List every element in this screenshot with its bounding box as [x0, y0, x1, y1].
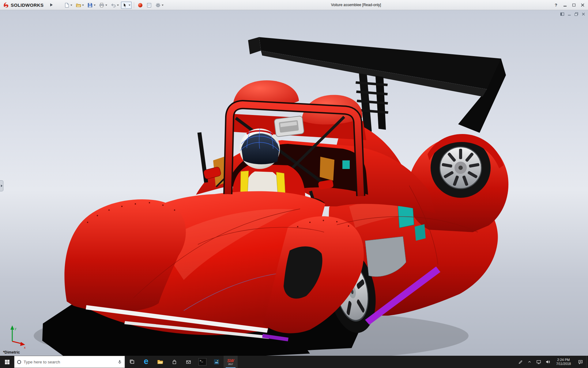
pen-icon	[518, 360, 523, 364]
file-explorer-icon	[157, 359, 163, 365]
appearances-button[interactable]	[136, 2, 144, 9]
select-cursor-icon	[122, 2, 128, 8]
show-desktop-button[interactable]	[586, 356, 588, 368]
select-tool-button[interactable]	[121, 2, 132, 9]
dropdown-caret-icon[interactable]	[129, 5, 130, 6]
expand-arrow-icon	[1, 185, 2, 187]
quick-access-toolbar	[63, 0, 165, 10]
undo-arrow-icon	[111, 2, 116, 8]
help-button[interactable]: ?	[552, 2, 560, 9]
document-title: Voiture assemblee [Read-only]	[159, 0, 553, 10]
dropdown-caret-icon[interactable]	[105, 5, 107, 6]
mail-button[interactable]	[181, 356, 195, 368]
photos-icon	[214, 359, 219, 365]
print-button[interactable]	[98, 2, 108, 9]
system-tray: 2:24 PM 7/11/2018	[516, 356, 588, 368]
close-icon	[581, 3, 584, 7]
action-center-button[interactable]	[575, 356, 586, 368]
document-window-controls	[560, 12, 586, 17]
new-document-icon	[64, 2, 70, 8]
store-bag-icon	[172, 359, 177, 365]
child-dock-button[interactable]	[560, 12, 565, 17]
triad-y-label: y	[15, 327, 17, 330]
maximize-icon	[572, 4, 575, 6]
windscreen-vent-component[interactable]	[274, 116, 304, 137]
dassault-systemes-logo-icon	[2, 2, 9, 8]
orientation-triad: y x	[10, 325, 26, 349]
dropdown-caret-icon[interactable]	[94, 5, 96, 6]
sheet-format-icon	[146, 2, 152, 8]
minimize-button[interactable]	[561, 2, 569, 9]
network-status-button[interactable]	[534, 356, 543, 368]
clock-time: 2:24 PM	[557, 358, 570, 362]
solidworks-taskbar-button[interactable]: SW 2017	[224, 356, 238, 368]
mail-envelope-icon	[186, 359, 191, 365]
taskbar-clock[interactable]: 2:24 PM 7/11/2018	[552, 356, 575, 368]
car-model-3d-view[interactable]: y x	[0, 10, 588, 356]
dropdown-caret-icon[interactable]	[82, 5, 84, 6]
triad-x-label: x	[24, 346, 26, 349]
open-folder-icon	[76, 2, 81, 8]
microphone-icon[interactable]	[118, 359, 122, 364]
action-center-icon	[578, 359, 583, 365]
chevron-up-icon	[527, 360, 532, 364]
taskbar-search-input[interactable]	[24, 360, 115, 364]
taskbar-search-box[interactable]	[14, 356, 125, 368]
appearance-sphere-icon	[138, 2, 143, 8]
maximize-button[interactable]	[570, 2, 578, 9]
child-close-button[interactable]	[581, 12, 586, 17]
save-button[interactable]	[86, 2, 97, 9]
task-view-icon	[129, 359, 135, 365]
volume-button[interactable]	[543, 356, 552, 368]
file-explorer-button[interactable]	[153, 356, 167, 368]
print-icon	[99, 2, 104, 8]
speaker-icon	[545, 359, 550, 364]
child-minimize-icon	[567, 12, 571, 16]
app-brand: SOLIDWORKS	[2, 2, 43, 8]
cortana-icon	[17, 360, 21, 364]
child-minimize-button[interactable]	[567, 12, 572, 17]
task-view-button[interactable]	[125, 356, 139, 368]
brand-wordmark: SOLIDWORKS	[11, 2, 43, 8]
toolbar-expand-arrow-icon[interactable]	[50, 3, 53, 6]
edge-icon: e	[144, 357, 148, 366]
sheet-format-button[interactable]	[145, 2, 153, 9]
dropdown-caret-icon[interactable]	[117, 5, 119, 6]
console-button[interactable]: >_	[195, 356, 209, 368]
minimize-icon	[564, 6, 567, 6]
graphics-viewport[interactable]: y x	[0, 10, 588, 356]
new-document-button[interactable]	[63, 2, 74, 9]
close-button[interactable]	[579, 2, 587, 9]
windows-logo-icon	[5, 359, 10, 365]
open-button[interactable]	[74, 2, 85, 9]
child-restore-icon	[574, 12, 579, 16]
child-close-icon	[581, 12, 586, 16]
hidden-icons-button[interactable]	[525, 356, 534, 368]
store-button[interactable]	[167, 356, 181, 368]
console-icon: >_	[198, 358, 206, 366]
dropdown-caret-icon[interactable]	[70, 5, 72, 6]
save-floppy-icon	[87, 2, 93, 8]
windows-taskbar: e >_	[0, 356, 588, 368]
window-controls: ?	[552, 0, 587, 10]
feature-panel-collapse-tab[interactable]	[0, 180, 3, 191]
solidworks-app-icon: SW 2017	[227, 358, 234, 365]
titlebar: SOLIDWORKS	[0, 0, 588, 10]
toolbar-separator	[134, 2, 134, 8]
dock-pane-icon	[560, 12, 564, 16]
windows-ink-button[interactable]	[516, 356, 525, 368]
undo-button[interactable]	[109, 2, 120, 9]
edge-browser-button[interactable]: e	[139, 356, 153, 368]
network-icon	[536, 359, 541, 364]
start-button[interactable]	[0, 356, 14, 368]
view-orientation-label: *Dimetric	[3, 350, 20, 355]
solidworks-window: SOLIDWORKS	[0, 0, 588, 368]
photos-button[interactable]	[209, 356, 224, 368]
child-restore-button[interactable]	[574, 12, 579, 17]
clock-date: 7/11/2018	[556, 362, 571, 366]
